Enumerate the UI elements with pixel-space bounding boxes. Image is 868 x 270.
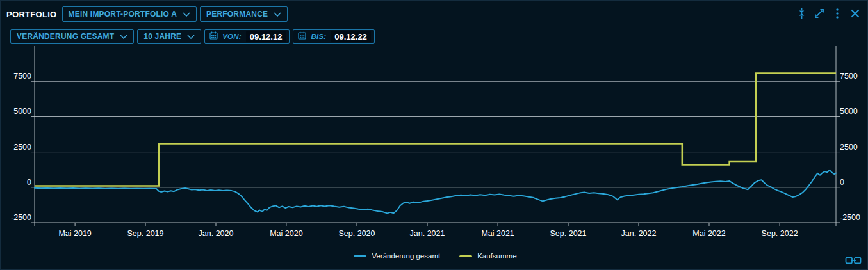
svg-text:Sep. 2021: Sep. 2021	[550, 229, 587, 238]
chevron-down-icon	[274, 10, 281, 19]
calendar-icon	[298, 31, 306, 42]
date-to-picker[interactable]: BIS: 09.12.22	[293, 29, 374, 44]
kebab-menu-icon	[835, 8, 839, 21]
date-from-label: VON:	[222, 33, 242, 40]
widget-title: PORTFOLIO	[6, 10, 57, 19]
metric-dropdown[interactable]: VERÄNDERUNG GESAMT	[10, 29, 134, 44]
close-button[interactable]	[848, 6, 863, 22]
calendar-icon	[209, 31, 218, 42]
legend-item-label: Kaufsumme	[477, 252, 516, 260]
expand-button[interactable]	[812, 6, 827, 22]
menu-button[interactable]	[830, 6, 845, 22]
view-dropdown[interactable]: PERFORMANCE	[200, 6, 288, 22]
window-controls	[794, 6, 863, 22]
link-button[interactable]	[844, 256, 862, 266]
svg-text:Sep. 2020: Sep. 2020	[339, 229, 375, 238]
collapse-button[interactable]	[794, 6, 809, 22]
expand-diagonal-icon	[814, 8, 825, 21]
svg-text:Mai 2019: Mai 2019	[58, 229, 91, 238]
portfolio-dropdown[interactable]: MEIN IMPORT-PORTFOLIO A	[62, 6, 197, 22]
date-to-label: BIS:	[311, 33, 326, 40]
chain-link-icon	[845, 257, 862, 267]
close-icon	[851, 9, 860, 20]
chart-toolbar: VERÄNDERUNG GESAMT 10 JAHRE	[10, 29, 375, 44]
chevron-down-icon	[183, 10, 190, 19]
range-dropdown[interactable]: 10 JAHRE	[137, 29, 201, 44]
chevron-down-icon	[120, 32, 127, 41]
view-dropdown-label: PERFORMANCE	[206, 10, 268, 19]
svg-text:7500: 7500	[13, 72, 31, 81]
chevron-down-icon	[187, 32, 195, 41]
svg-text:5000: 5000	[840, 107, 858, 116]
svg-text:2500: 2500	[840, 143, 858, 152]
date-from-picker[interactable]: VON: 09.12.12	[204, 29, 290, 44]
portfolio-dropdown-label: MEIN IMPORT-PORTFOLIO A	[69, 10, 177, 19]
legend-item-label: Veränderung gesamt	[372, 252, 440, 260]
svg-text:5000: 5000	[13, 107, 31, 116]
portfolio-widget: PORTFOLIO MEIN IMPORT-PORTFOLIO A PERFOR…	[0, 0, 868, 270]
performance-chart: -2500-250000250025005000500075007500Mai …	[1, 46, 868, 242]
svg-text:Jan. 2020: Jan. 2020	[199, 229, 234, 238]
legend-item[interactable]: Veränderung gesamt	[354, 252, 440, 260]
svg-text:2500: 2500	[13, 143, 31, 152]
date-to-value[interactable]: 09.12.22	[331, 31, 371, 42]
widget-header: PORTFOLIO MEIN IMPORT-PORTFOLIO A PERFOR…	[6, 6, 864, 22]
svg-text:Jan. 2021: Jan. 2021	[410, 229, 445, 238]
date-from-value[interactable]: 09.12.12	[246, 31, 286, 42]
x-ticks: Mai 2019Sep. 2019Jan. 2020Mai 2020Sep. 2…	[58, 223, 798, 238]
svg-text:Mai 2022: Mai 2022	[692, 229, 725, 238]
svg-text:Mai 2021: Mai 2021	[481, 229, 514, 238]
series-veraenderung-gesamt	[35, 170, 836, 214]
chart-legend: Veränderung gesamtKaufsumme	[1, 250, 868, 262]
range-dropdown-label: 10 JAHRE	[143, 32, 181, 41]
svg-text:-2500: -2500	[11, 213, 31, 222]
svg-text:0: 0	[840, 178, 844, 187]
svg-text:7500: 7500	[840, 72, 858, 81]
metric-dropdown-label: VERÄNDERUNG GESAMT	[17, 32, 114, 41]
legend-item[interactable]: Kaufsumme	[459, 252, 516, 260]
svg-text:-2500: -2500	[840, 213, 860, 222]
legend-dash-icon	[459, 255, 472, 257]
svg-text:Sep. 2019: Sep. 2019	[127, 229, 164, 238]
legend-dash-icon	[354, 255, 366, 257]
collapse-vertical-icon	[797, 7, 807, 21]
svg-text:Sep. 2022: Sep. 2022	[762, 229, 798, 238]
series-kaufsumme	[35, 73, 836, 186]
svg-text:Mai 2020: Mai 2020	[270, 229, 302, 238]
svg-text:0: 0	[27, 178, 31, 187]
performance-chart-svg: -2500-250000250025005000500075007500Mai …	[1, 46, 868, 242]
svg-text:Jan. 2022: Jan. 2022	[621, 229, 657, 238]
